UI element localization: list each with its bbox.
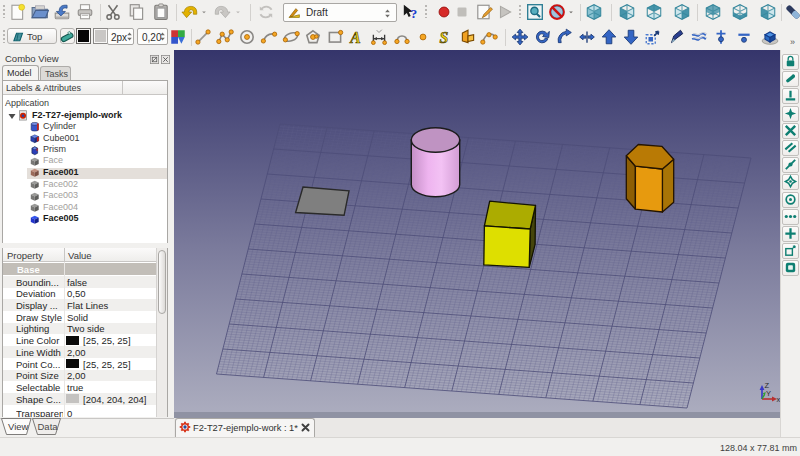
svg-text:View: View <box>8 421 29 432</box>
svg-text:Data: Data <box>38 421 59 432</box>
svg-text:S: S <box>439 29 448 46</box>
svg-text:Y: Y <box>766 389 771 398</box>
svg-text:?: ? <box>411 6 418 21</box>
svg-text:A: A <box>349 29 361 46</box>
